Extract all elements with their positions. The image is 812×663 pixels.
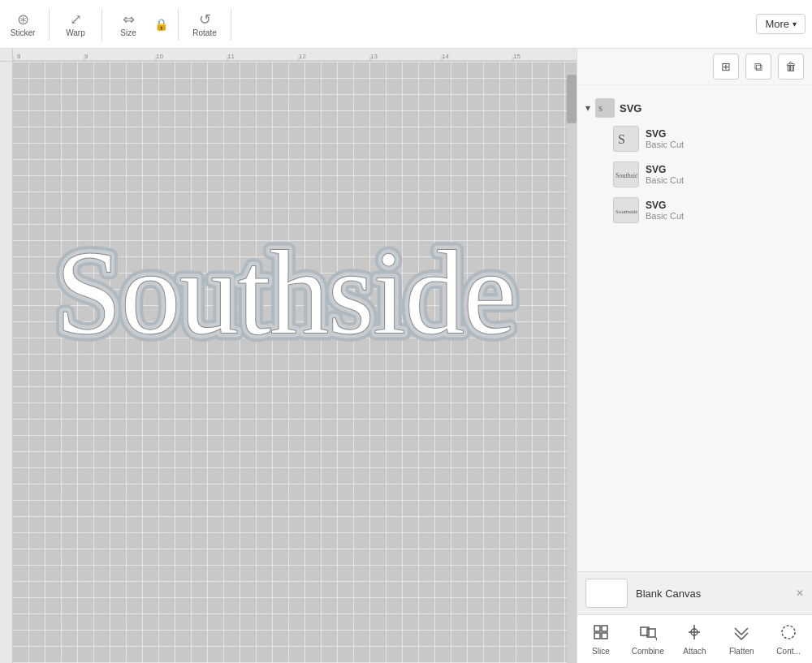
combine-label: Combine: [632, 647, 664, 656]
duplicate-layer-button[interactable]: ⧉: [745, 54, 771, 80]
layer-group-header[interactable]: ▾ S SVG: [585, 95, 804, 121]
combine-action[interactable]: ▾ Combine: [624, 615, 672, 663]
sep4: [231, 8, 231, 41]
layer-thumb-1: S: [613, 126, 639, 152]
layer-name-1: SVG: [646, 128, 684, 140]
contour-action[interactable]: Cont...: [765, 615, 812, 663]
layer-sub-3: Basic Cut: [646, 211, 684, 221]
lock-icon-btn[interactable]: 🔒: [154, 17, 168, 32]
scrollbar-vertical[interactable]: [567, 75, 577, 663]
size-tool[interactable]: ⇔ Size: [112, 11, 145, 37]
svg-rect-26: [594, 633, 600, 639]
layer-info-2: SVG Basic Cut: [646, 164, 684, 185]
slice-label: Slice: [592, 647, 610, 656]
scrollbar-thumb[interactable]: [567, 75, 577, 123]
group-thumb: S: [595, 98, 615, 118]
svg-text:▾: ▾: [655, 635, 657, 641]
blank-canvas-label: Blank Canvas: [636, 588, 701, 600]
sep1: [49, 8, 50, 41]
svg-text:S: S: [618, 132, 625, 146]
attach-label: Attach: [683, 647, 706, 656]
svg-text:Southside: Southside: [615, 172, 637, 179]
more-arrow-icon: ▾: [793, 19, 797, 28]
more-button[interactable]: More ▾: [756, 14, 806, 34]
layers-content: ▾ S SVG S SVG: [577, 85, 812, 571]
svg-text:S: S: [598, 105, 603, 113]
svg-rect-25: [602, 626, 607, 631]
layer-sub-2: Basic Cut: [646, 175, 684, 185]
layer-item[interactable]: Southside SVG Basic Cut: [610, 157, 804, 192]
svg-rect-27: [602, 633, 607, 639]
slice-action[interactable]: Slice: [577, 615, 624, 663]
ruler-corner: [0, 49, 13, 62]
rotate-label: Rotate: [192, 28, 216, 37]
panel-toolbar: ⊞ ⧉ 🗑: [577, 49, 812, 85]
svg-point-32: [782, 626, 795, 639]
sticker-icon: ⊛: [17, 11, 29, 28]
ruler-vertical: [0, 62, 13, 663]
layer-name-3: SVG: [646, 200, 684, 211]
warp-tool[interactable]: ⤢ Warp: [59, 11, 92, 37]
southside-artwork: Southside Southside Southside: [29, 143, 541, 394]
warp-icon: ⤢: [70, 11, 82, 28]
sticker-label: Sticker: [11, 28, 36, 37]
contour-label: Cont...: [776, 647, 800, 656]
layer-thumb-3: Southside: [613, 197, 639, 223]
sticker-tool[interactable]: ⊛ Sticker: [6, 11, 39, 37]
svg-text:8: 8: [17, 53, 21, 60]
layer-thumb-2: Southside: [613, 161, 639, 187]
svg-text:13: 13: [370, 53, 378, 60]
blank-canvas-thumb: [585, 579, 628, 608]
contour-icon: [780, 623, 797, 645]
grid-canvas[interactable]: Southside Southside Southside: [13, 62, 577, 663]
group-label: SVG: [620, 102, 641, 114]
right-panel: Layers Color Sync ⊞ ⧉ 🗑 ▾ S SVG: [577, 0, 812, 663]
blank-canvas-close-icon[interactable]: ✕: [796, 588, 804, 599]
svg-text:12: 12: [299, 53, 306, 60]
combine-icon: ▾: [639, 623, 657, 645]
layer-item[interactable]: Southside SVG Basic Cut: [610, 192, 804, 228]
chevron-down-icon: ▾: [585, 102, 590, 114]
size-label: Size: [120, 28, 136, 37]
flatten-label: Flatten: [729, 647, 754, 656]
layer-item[interactable]: S SVG Basic Cut: [610, 121, 804, 157]
rotate-icon: ↺: [199, 11, 211, 28]
layer-items: S SVG Basic Cut Southside: [585, 121, 804, 228]
ruler-h-svg: 8 9 10 11 12 13 14 15: [13, 49, 577, 62]
add-icon: ⊞: [721, 60, 731, 73]
layer-group-svg: ▾ S SVG S SVG: [577, 92, 812, 231]
warp-label: Warp: [66, 28, 85, 37]
toolbar: ⊛ Sticker ⤢ Warp ⇔ Size 🔒 ↺ Rotate More …: [0, 0, 812, 49]
attach-icon: [685, 623, 703, 645]
blank-canvas-row[interactable]: Blank Canvas ✕: [577, 571, 812, 614]
attach-action[interactable]: Attach: [672, 615, 719, 663]
flatten-icon: [732, 623, 750, 645]
flatten-action[interactable]: Flatten: [718, 615, 765, 663]
delete-icon: 🗑: [785, 60, 797, 73]
add-layer-button[interactable]: ⊞: [713, 54, 739, 80]
svg-text:11: 11: [227, 53, 235, 60]
sep3: [178, 8, 179, 41]
layer-info-3: SVG Basic Cut: [646, 200, 684, 221]
sep2: [102, 8, 102, 41]
layer-info-1: SVG Basic Cut: [646, 128, 684, 149]
delete-layer-button[interactable]: 🗑: [778, 54, 804, 80]
svg-text:Southside: Southside: [615, 209, 637, 215]
duplicate-icon: ⧉: [754, 60, 762, 74]
svg-text:15: 15: [513, 53, 520, 60]
svg-text:10: 10: [156, 53, 163, 60]
rotate-tool[interactable]: ↺ Rotate: [188, 11, 221, 37]
panel-actions: Slice ▾ Combine Attach: [577, 614, 812, 663]
layer-name-2: SVG: [646, 164, 684, 175]
svg-rect-24: [594, 626, 600, 631]
svg-text:9: 9: [84, 53, 89, 60]
layer-sub-1: Basic Cut: [646, 140, 684, 149]
slice-icon: [592, 623, 610, 645]
svg-text:14: 14: [442, 53, 449, 60]
more-label: More: [765, 18, 789, 30]
ruler-horizontal: 8 9 10 11 12 13 14 15: [13, 49, 577, 62]
svg-text:Southside: Southside: [55, 226, 515, 359]
size-icon: ⇔: [123, 11, 135, 28]
canvas-area[interactable]: 8 9 10 11 12 13 14 15 Southside: [0, 49, 577, 663]
